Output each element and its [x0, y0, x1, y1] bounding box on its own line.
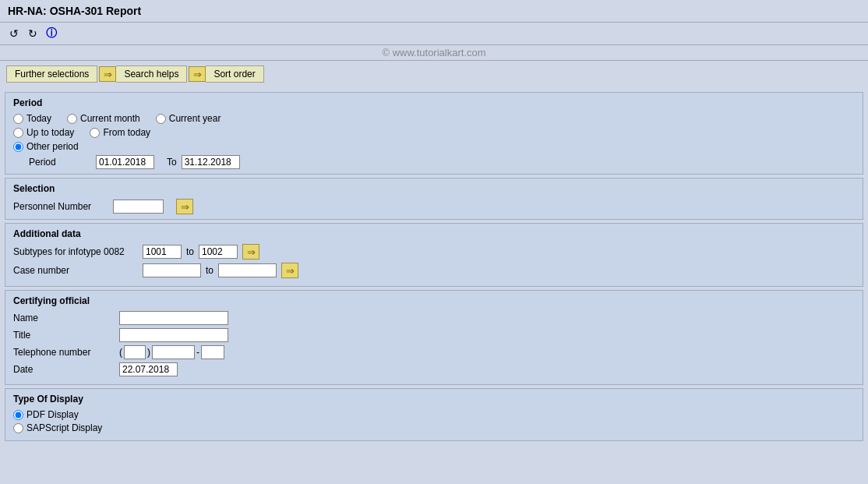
tab-bar: Further selections ⇒ Search helps ⇒ Sort…	[0, 61, 868, 87]
cert-phone-row: Telephone number ( ) -	[13, 345, 855, 359]
subtypes-to-input[interactable]	[199, 245, 238, 259]
selection-row: Personnel Number ⇒	[13, 199, 855, 214]
period-to-label: To	[167, 157, 177, 168]
sort-order-arrow-icon: ⇒	[189, 66, 206, 82]
case-number-to-input[interactable]	[218, 263, 277, 277]
cert-name-input[interactable]	[119, 311, 228, 325]
personnel-number-label: Personnel Number	[13, 201, 107, 212]
case-number-label: Case number	[13, 265, 138, 276]
search-helps-label: Search helps	[124, 69, 178, 79]
certifying-official-title: Certifying official	[13, 295, 855, 306]
subtypes-to-label: to	[186, 246, 194, 257]
period-label: Period	[29, 157, 91, 168]
radio-current-month-input[interactable]	[67, 114, 77, 124]
cert-date-row: Date	[13, 362, 855, 376]
phone-paren-close: )	[147, 347, 150, 358]
type-of-display-section: Type Of Display PDF Display SAPScript Di…	[5, 388, 863, 441]
phone-area-input[interactable]	[124, 345, 146, 359]
tab-sort-order[interactable]: Sort order	[206, 65, 263, 83]
radio-other-period[interactable]: Other period	[13, 141, 79, 152]
subtypes-row: Subtypes for infotype 0082 to ⇒	[13, 244, 855, 260]
type-of-display-title: Type Of Display	[13, 394, 855, 405]
back-icon[interactable]: ↺	[6, 26, 22, 41]
phone-dash: -	[196, 347, 199, 358]
radio-current-year-input[interactable]	[156, 114, 166, 124]
radio-sapscript-input[interactable]	[13, 423, 23, 433]
radio-from-today-label: From today	[103, 127, 150, 138]
subtypes-from-input[interactable]	[143, 245, 182, 259]
radio-today-label: Today	[26, 113, 51, 124]
period-radio-row3: Other period	[13, 141, 855, 152]
radio-pdf-label: PDF Display	[26, 409, 79, 420]
watermark: © www.tutorialkart.com	[0, 45, 868, 61]
subtypes-arrow-btn[interactable]: ⇒	[242, 244, 259, 260]
radio-current-month-label: Current month	[80, 113, 140, 124]
main-content: Period Today Current month Current year …	[0, 87, 868, 446]
period-section: Period Today Current month Current year …	[5, 92, 863, 175]
case-number-row: Case number to ⇒	[13, 263, 855, 278]
radio-from-today[interactable]: From today	[90, 127, 150, 138]
period-date-row: Period To	[29, 155, 855, 169]
tab-further-selections[interactable]: Further selections	[6, 65, 97, 83]
radio-other-period-input[interactable]	[13, 142, 23, 152]
cert-telephone-label: Telephone number	[13, 347, 115, 358]
personnel-number-input[interactable]	[113, 200, 164, 214]
radio-sapscript-label: SAPScript Display	[26, 422, 102, 433]
phone-paren-open: (	[119, 347, 122, 358]
subtypes-label: Subtypes for infotype 0082	[13, 246, 138, 257]
display-pdf-row: PDF Display	[13, 409, 855, 420]
case-number-to-label: to	[206, 265, 213, 276]
radio-current-year-label: Current year	[169, 113, 221, 124]
radio-current-year[interactable]: Current year	[156, 113, 221, 124]
selection-section: Selection Personnel Number ⇒	[5, 178, 863, 220]
certifying-official-section: Certifying official Name Title Telephone…	[5, 290, 863, 385]
cert-title-label: Title	[13, 330, 115, 341]
case-number-from-input[interactable]	[143, 263, 201, 277]
cert-name-row: Name	[13, 311, 855, 325]
radio-up-to-today[interactable]: Up to today	[13, 127, 74, 138]
cert-title-row: Title	[13, 328, 855, 342]
period-radio-row1: Today Current month Current year	[13, 113, 855, 124]
radio-from-today-input[interactable]	[90, 128, 100, 138]
radio-pdf-display[interactable]: PDF Display	[13, 409, 79, 420]
cert-date-label: Date	[13, 364, 115, 375]
period-to-input[interactable]	[182, 155, 240, 169]
radio-today[interactable]: Today	[13, 113, 51, 124]
display-sap-row: SAPScript Display	[13, 422, 855, 433]
radio-up-to-today-input[interactable]	[13, 128, 23, 138]
additional-data-section-title: Additional data	[13, 228, 855, 239]
phone-number-input[interactable]	[152, 345, 195, 359]
cert-date-input[interactable]	[119, 362, 178, 376]
sort-order-label: Sort order	[213, 69, 255, 79]
phone-group: ( ) -	[119, 345, 224, 359]
tab-search-helps[interactable]: Search helps	[116, 65, 187, 83]
period-radio-row2: Up to today From today	[13, 127, 855, 138]
radio-today-input[interactable]	[13, 114, 23, 124]
case-number-arrow-btn[interactable]: ⇒	[281, 263, 298, 278]
page-title: HR-NA: OSHA-301 Report	[8, 5, 141, 17]
radio-up-to-today-label: Up to today	[26, 127, 74, 138]
period-from-input[interactable]	[96, 155, 154, 169]
search-helps-arrow-icon: ⇒	[99, 66, 116, 82]
radio-pdf-input[interactable]	[13, 410, 23, 420]
radio-other-period-label: Other period	[26, 141, 79, 152]
title-bar: HR-NA: OSHA-301 Report	[0, 0, 868, 23]
personnel-number-arrow-btn[interactable]: ⇒	[176, 199, 193, 214]
toolbar: ↺ ↻ ⓘ	[0, 23, 868, 45]
phone-ext-input[interactable]	[201, 345, 224, 359]
cert-title-input[interactable]	[119, 328, 228, 342]
info-icon[interactable]: ⓘ	[44, 26, 59, 41]
further-selections-label: Further selections	[15, 69, 89, 79]
selection-section-title: Selection	[13, 183, 855, 194]
radio-current-month[interactable]: Current month	[67, 113, 140, 124]
radio-sapscript-display[interactable]: SAPScript Display	[13, 422, 102, 433]
period-section-title: Period	[13, 97, 855, 108]
forward-icon[interactable]: ↻	[25, 26, 41, 41]
cert-name-label: Name	[13, 313, 115, 323]
additional-data-section: Additional data Subtypes for infotype 00…	[5, 223, 863, 287]
